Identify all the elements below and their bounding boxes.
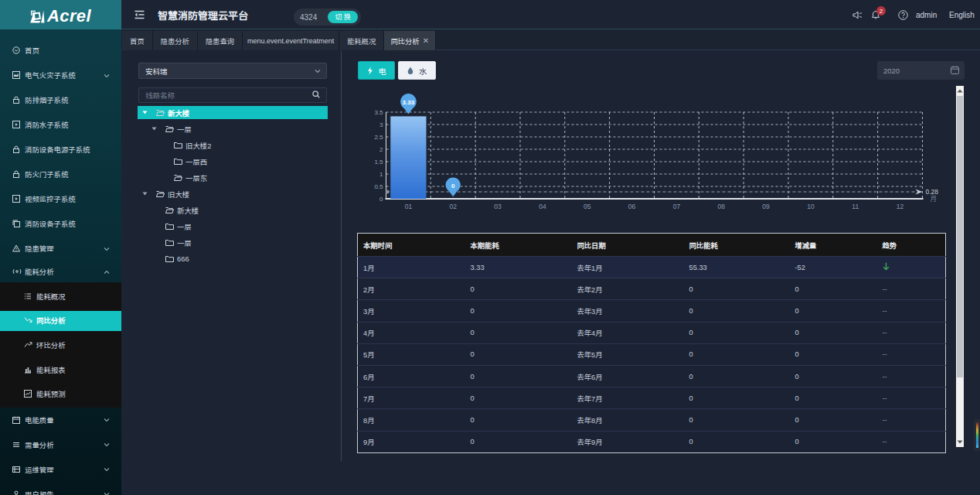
svg-text:01: 01 [405, 203, 413, 210]
svg-text:2.5: 2.5 [374, 134, 383, 141]
svg-text:11: 11 [852, 203, 859, 210]
svg-text:09: 09 [762, 203, 770, 210]
svg-text:0.5: 0.5 [374, 183, 383, 190]
svg-text:1: 1 [379, 171, 383, 178]
svg-text:月: 月 [931, 195, 937, 203]
svg-text:3.33: 3.33 [403, 99, 415, 106]
svg-text:2: 2 [379, 146, 383, 153]
svg-text:06: 06 [628, 203, 636, 210]
svg-text:0: 0 [379, 196, 383, 203]
svg-text:05: 05 [584, 203, 591, 210]
svg-text:04: 04 [539, 203, 546, 210]
svg-text:07: 07 [673, 203, 681, 210]
svg-text:12: 12 [897, 203, 904, 210]
svg-text:0: 0 [451, 183, 455, 189]
svg-text:3.5: 3.5 [374, 109, 383, 116]
svg-text:08: 08 [717, 203, 725, 210]
svg-text:10: 10 [807, 203, 815, 210]
svg-text:03: 03 [494, 203, 502, 210]
svg-text:3: 3 [379, 121, 383, 128]
svg-text:02: 02 [449, 203, 457, 210]
svg-text:1.5: 1.5 [374, 159, 383, 166]
